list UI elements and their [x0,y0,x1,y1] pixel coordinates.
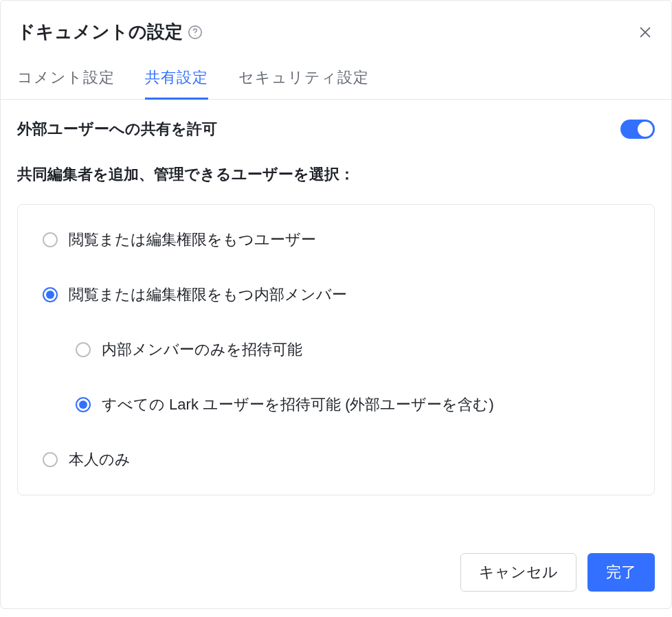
svg-point-1 [194,34,195,35]
sub-radio-all-lark-users[interactable]: すべての Lark ユーザーを招待可能 (外部ユーザーを含む) [76,390,629,419]
dialog-header: ドキュメントの設定 [1,1,671,58]
radio-icon [43,452,58,467]
tab-comment-settings[interactable]: コメント設定 [17,58,115,99]
close-icon[interactable] [636,23,655,42]
radio-label: すべての Lark ユーザーを招待可能 (外部ユーザーを含む) [102,394,494,415]
radio-label: 閲覧または編集権限をもつ内部メンバー [69,284,347,305]
sub-radio-internal-only[interactable]: 内部メンバーのみを招待可能 [76,335,629,364]
radio-option-view-edit-users[interactable]: 閲覧または編集権限をもつユーザー [43,225,629,254]
done-button[interactable]: 完了 [587,553,655,592]
help-icon[interactable] [187,24,203,41]
external-share-label: 外部ユーザーへの共有を許可 [17,119,217,139]
dialog-title: ドキュメントの設定 [17,20,183,44]
radio-icon [43,287,58,302]
document-settings-dialog: ドキュメントの設定 コメント設定 共有設定 セキュリティ設定 外部ユーザーへの共… [0,0,672,609]
external-share-row: 外部ユーザーへの共有を許可 [17,119,655,139]
tab-share-settings[interactable]: 共有設定 [145,58,208,99]
cancel-button[interactable]: キャンセル [460,553,576,592]
radio-label: 本人のみ [69,449,131,470]
radio-option-self-only[interactable]: 本人のみ [43,445,629,474]
radio-option-internal-members[interactable]: 閲覧または編集権限をもつ内部メンバー [43,280,629,309]
toggle-knob [638,122,653,137]
radio-label: 内部メンバーのみを招待可能 [102,339,302,360]
radio-icon [43,232,58,247]
radio-label: 閲覧または編集権限をもつユーザー [69,229,316,250]
dialog-title-wrap: ドキュメントの設定 [17,20,203,44]
external-share-toggle[interactable] [620,120,655,139]
radio-icon [76,342,91,357]
radio-icon [76,397,91,412]
tabs: コメント設定 共有設定 セキュリティ設定 [1,58,671,100]
sub-options: 内部メンバーのみを招待可能 すべての Lark ユーザーを招待可能 (外部ユーザ… [43,335,629,419]
manage-options-box: 閲覧または編集権限をもつユーザー 閲覧または編集権限をもつ内部メンバー 内部メン… [17,204,655,495]
tab-security-settings[interactable]: セキュリティ設定 [238,58,369,99]
dialog-content: 外部ユーザーへの共有を許可 共同編集者を追加、管理できるユーザーを選択： 閲覧ま… [1,100,671,512]
dialog-footer: キャンセル 完了 [1,512,671,608]
manage-section-title: 共同編集者を追加、管理できるユーザーを選択： [17,164,655,185]
